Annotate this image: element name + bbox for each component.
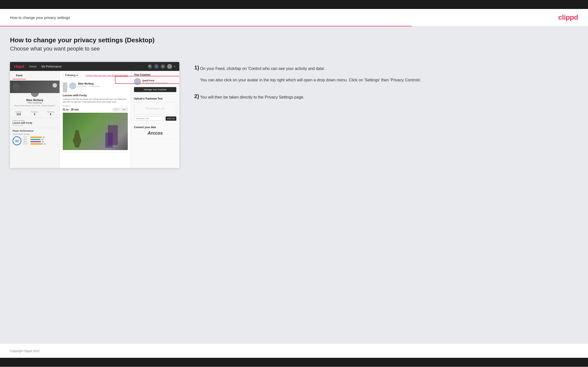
upload-section: Upload a Trackman Test Trackman Link Add… xyxy=(131,95,179,123)
stat-following-label: Following xyxy=(47,111,54,113)
footer: Copyright Clippd 2022 xyxy=(0,344,588,358)
manage-coaches-button[interactable]: Manage Your Coaches xyxy=(134,87,176,92)
latest-name: Lesson with Fordy xyxy=(12,122,57,124)
pp-title: Player Performance xyxy=(12,130,57,132)
app-navbar: clippd Home My Performance 🔍 👤 ⊕ ▾ xyxy=(10,62,179,71)
stat-followers-value: 3 xyxy=(31,113,38,116)
tpq-score: 92 xyxy=(12,136,21,145)
add-circle-icon: ⊕ xyxy=(161,64,165,69)
post-duration-row: 01 hr : 30 min OTT APP xyxy=(63,108,128,111)
profile-name: Blair McHarg xyxy=(12,99,58,102)
bar-putt: PUTT 96 xyxy=(23,143,57,145)
post-body: Looking to feel like my hands are exitin… xyxy=(63,98,128,103)
app-nav-right: 🔍 👤 ⊕ ▾ xyxy=(148,64,175,69)
search-icon: 🔍 xyxy=(148,64,152,69)
latest-label: Latest Activity xyxy=(12,119,57,122)
stat-activities-value: 131 xyxy=(15,113,22,116)
post-tags: OTT APP xyxy=(113,108,128,111)
stat-following: Following 4 xyxy=(47,111,54,116)
stat-following-value: 4 xyxy=(47,113,54,116)
instruction-2-text: You will then be taken directly to the P… xyxy=(200,94,304,101)
tag-app: APP xyxy=(121,108,128,111)
instruction-1-text: On your Feed, click/tap on 'Control who … xyxy=(200,65,422,72)
upload-title: Upload a Trackman Test xyxy=(134,97,176,100)
app-screenshot: clippd Home My Performance 🔍 👤 ⊕ ▾ Feed xyxy=(10,62,179,168)
profile-handicap: Plus Handicap xyxy=(12,102,58,104)
coach-item: David Ford 📍 Royal North Devon Golf Club xyxy=(134,78,176,85)
post-author-name: Blair McHarg xyxy=(78,82,100,85)
following-button[interactable]: Following ▾ xyxy=(63,73,80,78)
stat-activities-label: Activities xyxy=(15,111,22,113)
clippd-logo: clippd xyxy=(558,13,578,21)
trackman-placeholder: Trackman Link xyxy=(134,102,176,114)
post-duration-label: Duration xyxy=(63,105,128,107)
coach-avatar xyxy=(134,78,141,85)
feed-header: Following ▾ Control who can see your act… xyxy=(60,71,131,80)
bar-putt-fill xyxy=(30,143,43,145)
post-image xyxy=(63,113,128,150)
add-link-button[interactable]: Add Link xyxy=(166,116,176,121)
post-author-info: Blair McHarg Yesterday · Sunningdale xyxy=(78,82,100,87)
post-avatar xyxy=(69,82,76,89)
instruction-1: 1) On your Feed, click/tap on 'Control w… xyxy=(194,64,578,83)
tpq-row: 92 OTT 90 APP 85 xyxy=(12,136,57,145)
app-left-sidebar: Feed Blair McHarg Plus Handicap Royal No… xyxy=(10,71,60,168)
main-content: How to change your privacy settings (Des… xyxy=(0,26,588,344)
app-nav-home: Home xyxy=(29,65,36,68)
bottom-bar xyxy=(0,358,588,367)
coaches-section: Your Coaches David Ford 📍 Royal North De… xyxy=(131,71,179,95)
player-performance: Player Performance Total Player Quality … xyxy=(10,128,60,147)
nav-avatar xyxy=(167,64,172,69)
golfer-silhouette-1 xyxy=(73,130,81,148)
instructions-panel: 1) On your Feed, click/tap on 'Control w… xyxy=(189,62,578,110)
footer-copyright: Copyright Clippd 2022 xyxy=(10,349,40,353)
app-feed: Following ▾ Control who can see your act… xyxy=(60,71,131,168)
tag-ott: OTT xyxy=(113,108,120,111)
trackman-input[interactable] xyxy=(134,116,165,121)
tpq-bars: OTT 90 APP 85 ARG xyxy=(23,136,57,145)
bar-arg: ARG 86 xyxy=(23,141,57,143)
coach-info: David Ford 📍 Royal North Devon Golf Club xyxy=(142,79,168,84)
stat-followers-label: Followers xyxy=(31,111,38,113)
profile-banner xyxy=(10,81,60,93)
tpq-label: Total Player Quality xyxy=(12,133,57,135)
instruction-1-extra: You can also click on your avatar in the… xyxy=(200,77,422,83)
bar-ott-fill xyxy=(30,137,42,138)
app-body: Feed Blair McHarg Plus Handicap Royal No… xyxy=(10,71,179,168)
trackman-placeholder-text: Trackman Link xyxy=(145,107,165,110)
connect-section: Connect your data Arccos xyxy=(131,123,179,139)
latest-activity: Latest Activity Lesson with Fordy 03 Aug… xyxy=(10,118,60,128)
header: How to change your privacy settings clip… xyxy=(0,9,588,26)
chevron-down-icon: ▾ xyxy=(174,65,175,68)
app-right-sidebar: Your Coaches David Ford 📍 Royal North De… xyxy=(131,71,179,168)
post-duration-value: 01 hr : 30 min xyxy=(63,108,79,111)
bar-ott: OTT 90 xyxy=(23,136,57,138)
header-title: How to change your privacy settings xyxy=(10,15,70,20)
profile-info: Blair McHarg Plus Handicap Royal North D… xyxy=(10,98,60,109)
privacy-link[interactable]: Control who can see your activity and da… xyxy=(85,74,128,77)
post-author-date: Yesterday · Sunningdale xyxy=(78,85,100,87)
instruction-2-number: 2) xyxy=(194,93,199,100)
feed-tab: Feed xyxy=(12,72,26,79)
latest-date: 03 Aug 2022 xyxy=(12,124,57,126)
arccos-logo: Arccos xyxy=(134,131,176,136)
coach-name: David Ford xyxy=(142,79,168,82)
app-nav-myperformance: My Performance xyxy=(42,65,62,68)
post-icon xyxy=(63,82,67,92)
feed-post: Blair McHarg Yesterday · Sunningdale Les… xyxy=(60,80,131,153)
coaches-title: Your Coaches xyxy=(134,73,176,76)
stat-activities: Activities 131 xyxy=(15,111,22,116)
coach-club: 📍 Royal North Devon Golf Club xyxy=(142,82,168,84)
person-icon: 👤 xyxy=(154,64,159,69)
app-logo: clippd xyxy=(14,64,24,68)
post-header: Blair McHarg Yesterday · Sunningdale xyxy=(63,82,128,92)
page-heading: How to change your privacy settings (Des… xyxy=(10,36,578,44)
bar-arg-fill xyxy=(30,141,41,142)
profile-club: Royal North Devon Golf Club, United King… xyxy=(12,105,58,107)
post-title: Lesson with Fordy xyxy=(63,94,128,97)
golfer-silhouette-2 xyxy=(105,133,113,148)
connect-title: Connect your data xyxy=(134,126,176,129)
trackman-input-row: Add Link xyxy=(134,116,176,121)
profile-stats: Activities 131 Followers 3 Following 4 xyxy=(10,109,60,118)
bar-app: APP 85 xyxy=(23,139,57,140)
